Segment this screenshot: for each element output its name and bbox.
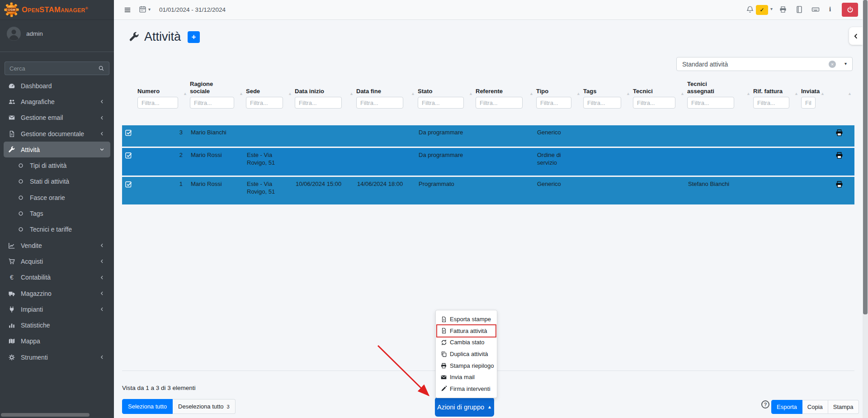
filter-input-stato[interactable] xyxy=(418,97,464,109)
calendar-dropdown[interactable]: ▾ xyxy=(139,5,151,13)
sidebar-item-label: Strumenti xyxy=(21,354,48,361)
sidebar-item-statistiche[interactable]: Statistiche xyxy=(4,317,110,333)
select-all-button[interactable]: Seleziona tutto xyxy=(122,399,173,414)
sidebar-item-gestione-email[interactable]: Gestione email xyxy=(4,110,110,126)
plugin-select[interactable]: Standard attività × ▾ xyxy=(676,57,853,71)
cell-rif_fattura xyxy=(753,125,801,147)
filter-input-ragione_sociale[interactable] xyxy=(190,97,234,109)
search-button[interactable] xyxy=(93,62,109,75)
row-print-button[interactable] xyxy=(827,125,854,147)
row-checkbox[interactable] xyxy=(122,148,137,176)
cell-tags xyxy=(583,148,633,176)
annotation-arrow xyxy=(367,332,444,407)
sidebar-item-impianti[interactable]: Impianti xyxy=(4,301,110,317)
menu-item-label: Stampa riepilogo xyxy=(450,362,494,369)
print-button[interactable]: Stampa xyxy=(828,400,859,414)
sidebar-item-strumenti[interactable]: Strumenti xyxy=(4,349,110,365)
cell-data_fine xyxy=(356,125,418,147)
power-button[interactable] xyxy=(842,3,858,17)
sort-caret-icon[interactable]: ▲ xyxy=(411,92,415,96)
menu-item-firma-interventi[interactable]: Firma interventi xyxy=(437,383,495,395)
sort-caret-icon[interactable]: ▲ xyxy=(680,92,684,96)
sort-caret-icon[interactable]: ▲ xyxy=(746,92,750,96)
row-print-button[interactable] xyxy=(827,177,854,204)
panel-collapse-button[interactable] xyxy=(849,27,863,45)
sort-caret-icon[interactable]: ▲ xyxy=(469,92,473,96)
menu-item-duplica-attivit[interactable]: Duplica attività xyxy=(437,348,495,360)
filter-input-rif_fattura[interactable] xyxy=(753,97,789,109)
info-icon[interactable]: i xyxy=(829,5,831,13)
filter-input-data_fine[interactable] xyxy=(356,97,403,109)
sort-caret-icon[interactable]: ▲ xyxy=(576,92,580,96)
vertical-scrollbar-thumb[interactable] xyxy=(863,0,868,314)
sidebar-subitem-tecnici-e-tariffe[interactable]: Tecnici e tariffe xyxy=(4,222,110,238)
menu-item-fattura-attivit[interactable]: Fattura attività xyxy=(437,325,495,337)
sidebar-subitem-tipi-di-attivit[interactable]: Tipi di attività xyxy=(4,157,110,173)
hamburger-icon[interactable] xyxy=(123,6,132,14)
sidebar-item-vendite[interactable]: Vendite xyxy=(4,238,110,253)
sidebar-subitem-tags[interactable]: Tags xyxy=(4,205,110,221)
sort-caret-icon[interactable]: ▲ xyxy=(529,92,533,96)
date-range[interactable]: 01/01/2024 - 31/12/2024 xyxy=(159,6,226,13)
sidebar-item-magazzino[interactable]: Magazzino xyxy=(4,285,110,301)
sort-caret-icon[interactable]: ▲ xyxy=(848,92,852,96)
sort-caret-icon[interactable]: ▲ xyxy=(794,92,798,96)
menu-item-esporta-stampe[interactable]: Esporta stampe xyxy=(437,314,495,325)
keyboard-icon[interactable] xyxy=(811,5,820,14)
bell-icon[interactable] xyxy=(746,5,754,14)
table-row[interactable]: 1Mario RossiEste - Via Rovigo, 5110/06/2… xyxy=(122,177,854,204)
sidebar-item-anagrafiche[interactable]: Anagrafiche xyxy=(4,94,110,109)
sort-caret-icon[interactable]: ▲ xyxy=(239,92,243,96)
export-button[interactable]: Esporta xyxy=(771,400,802,414)
search-input[interactable] xyxy=(5,62,93,75)
menu-item-stampa-riepilogo[interactable]: Stampa riepilogo xyxy=(437,360,495,371)
printer-icon[interactable] xyxy=(779,5,787,14)
menu-item-invia-mail[interactable]: Invia mail xyxy=(437,371,495,383)
user-panel[interactable]: admin xyxy=(6,26,43,41)
add-button[interactable]: + xyxy=(188,31,200,43)
row-print-button[interactable] xyxy=(827,148,854,176)
deselect-all-button[interactable]: Deseleziona tutto 3 xyxy=(173,399,236,414)
brand[interactable]: OSM OpenSTAManager® xyxy=(0,0,114,20)
sort-caret-icon[interactable]: ▲ xyxy=(626,92,630,96)
help-icon[interactable]: ? xyxy=(761,400,769,408)
filter-input-tecnici[interactable] xyxy=(633,97,675,109)
sort-caret-icon[interactable]: ▲ xyxy=(349,92,354,96)
table-row[interactable]: 2Mario RossiEste - Via Rovigo, 51Da prog… xyxy=(122,148,854,176)
sidebar-item-acquisti[interactable]: Acquisti xyxy=(4,253,110,269)
sidebar-item-mappa[interactable]: Mappa xyxy=(4,333,110,349)
row-checkbox[interactable] xyxy=(122,125,137,147)
sidebar-subitem-fasce-orarie[interactable]: Fasce orarie xyxy=(4,190,110,205)
filter-input-sede[interactable] xyxy=(246,97,283,109)
sidebar-item-gestione-documentale[interactable]: Gestione documentale xyxy=(4,126,110,142)
sync-icon xyxy=(440,339,447,346)
column-label xyxy=(827,80,848,97)
copy-button[interactable]: Copia xyxy=(802,400,828,414)
sidebar-item-attivit[interactable]: Attività xyxy=(4,142,110,157)
filter-input-numero[interactable] xyxy=(137,97,178,109)
column-header-rif_fattura: Rif. fattura▲ xyxy=(753,80,801,109)
filter-input-tipo[interactable] xyxy=(536,97,571,109)
caret-down-icon[interactable]: ▾ xyxy=(770,7,773,11)
book-icon[interactable] xyxy=(795,5,803,14)
envelope-icon xyxy=(440,374,447,381)
row-checkbox[interactable] xyxy=(122,177,137,204)
sidebar-item-dashboard[interactable]: Dashboard xyxy=(4,78,110,94)
filter-input-data_inizio[interactable] xyxy=(295,97,342,109)
filter-input-inviata[interactable] xyxy=(801,97,816,109)
filter-input-tags[interactable] xyxy=(583,97,621,109)
printer-icon xyxy=(835,151,844,176)
sort-caret-icon[interactable]: ▲ xyxy=(821,92,825,96)
menu-item-cambia-stato[interactable]: Cambia stato xyxy=(437,337,495,348)
sort-caret-icon[interactable]: ▲ xyxy=(183,92,187,96)
horizontal-scrollbar-thumb[interactable] xyxy=(1,413,90,417)
group-actions-button[interactable]: Azioni di gruppo ▲ xyxy=(435,397,494,417)
sidebar-subitem-stati-di-attivit[interactable]: Stati di attività xyxy=(4,174,110,190)
sidebar-item-contabilit[interactable]: €Contabilità xyxy=(4,270,110,285)
filter-input-tecnici_assegnati[interactable] xyxy=(687,97,734,109)
sort-caret-icon[interactable]: ▲ xyxy=(288,92,292,96)
table-row[interactable]: 3Mario BianchiDa programmareGenerico xyxy=(122,125,854,147)
clear-icon[interactable]: × xyxy=(829,61,836,68)
filter-input-referente[interactable] xyxy=(476,97,523,109)
tasks-check-button[interactable]: ✓ xyxy=(756,5,768,15)
